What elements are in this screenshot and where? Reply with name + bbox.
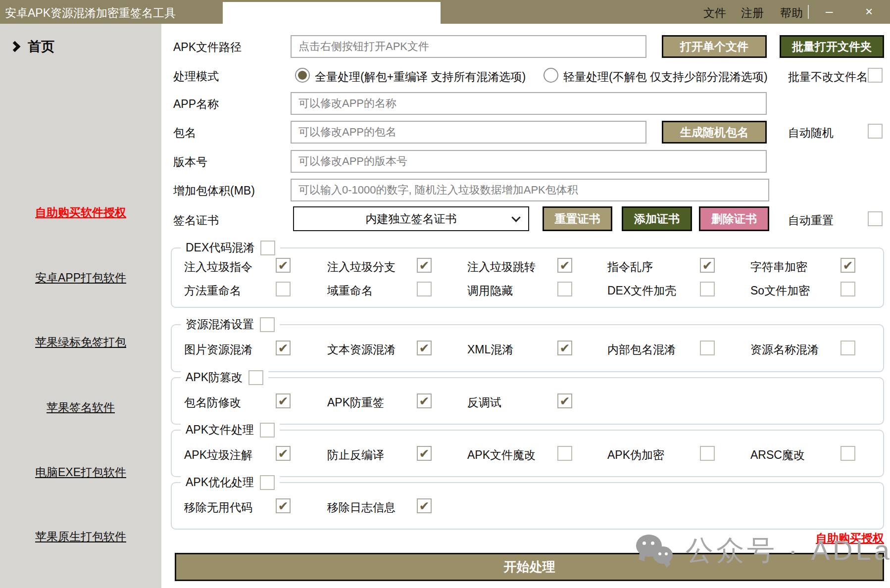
option-label: 资源名称混淆: [750, 342, 819, 357]
group-apk-file-processing: APK文件处理 APK垃圾注解 ✔ 防止反编译 ✔ APK文件魔改 APK伪加密…: [171, 430, 884, 477]
option-label: 包名防修改: [184, 395, 241, 410]
option-checkbox[interactable]: [700, 341, 715, 355]
version-label: 版本号: [173, 154, 207, 170]
radio-dot: [298, 71, 307, 80]
home-label: 首页: [28, 38, 54, 55]
apk-path-input[interactable]: [291, 35, 646, 58]
option-checkbox[interactable]: ✔: [417, 498, 432, 513]
group-checkbox[interactable]: [260, 317, 275, 332]
full-mode-label: 全量处理(解包+重编译 支持所有混淆选项): [315, 69, 526, 85]
sidebar-link-buy-license[interactable]: 自助购买软件授权: [0, 205, 161, 220]
cert-select[interactable]: 内建独立签名证书: [293, 206, 529, 231]
option-checkbox[interactable]: [276, 282, 291, 296]
minimize-button[interactable]: –: [826, 4, 833, 19]
option-checkbox[interactable]: ✔: [417, 258, 432, 273]
package-input[interactable]: [291, 121, 646, 144]
option-label: 反调试: [467, 395, 501, 410]
mode-label: 处理模式: [173, 69, 219, 84]
option-checkbox[interactable]: [841, 446, 855, 461]
group-legend: APK优化处理: [181, 475, 280, 490]
option-label: 文本资源混淆: [327, 342, 396, 357]
lite-mode-label: 轻量处理(不解包 仅支持少部分混淆选项): [563, 69, 768, 85]
batch-keep-name-label: 批量不改文件名: [788, 69, 868, 85]
sidebar-link-ios-green-sign[interactable]: 苹果绿标免签打包: [0, 335, 161, 350]
menu-file[interactable]: 文件: [703, 5, 726, 21]
open-single-file-button[interactable]: 打开单个文件: [662, 35, 767, 58]
option-checkbox[interactable]: [557, 282, 572, 296]
option-label: DEX文件加壳: [607, 283, 676, 298]
lite-mode-radio[interactable]: [544, 68, 558, 83]
option-checkbox[interactable]: ✔: [276, 341, 291, 355]
option-checkbox[interactable]: ✔: [417, 341, 432, 355]
pad-size-input[interactable]: [291, 179, 769, 201]
group-legend-label: APK优化处理: [186, 475, 254, 490]
app-name-input[interactable]: [291, 92, 767, 115]
group-checkbox[interactable]: [260, 241, 275, 255]
option-label: 指令乱序: [607, 259, 653, 275]
version-input[interactable]: [291, 150, 767, 173]
option-checkbox[interactable]: [841, 282, 855, 296]
menu-help[interactable]: 帮助: [780, 5, 803, 21]
group-checkbox[interactable]: [260, 475, 275, 490]
full-mode-radio[interactable]: [295, 68, 310, 83]
batch-keep-name-checkbox[interactable]: [868, 68, 883, 83]
batch-open-folder-button[interactable]: 批量打开文件夹: [780, 35, 884, 58]
group-legend-label: APK防篡改: [186, 370, 243, 385]
group-legend-label: 资源混淆设置: [186, 317, 254, 332]
option-label: APK伪加密: [607, 447, 664, 463]
add-cert-button[interactable]: 添加证书: [622, 206, 692, 231]
watermark: 公众号 · ADLab: [636, 532, 890, 570]
option-checkbox[interactable]: ✔: [276, 393, 291, 408]
reset-cert-button[interactable]: 重置证书: [543, 206, 612, 231]
option-checkbox[interactable]: ✔: [700, 258, 715, 273]
menu-register[interactable]: 注册: [741, 5, 764, 21]
app-name-label: APP名称: [173, 97, 219, 112]
group-checkbox[interactable]: [248, 370, 263, 385]
option-label: 字符串加密: [750, 259, 807, 275]
sidebar-item-home[interactable]: 首页: [11, 38, 54, 55]
sidebar-link-ios-sign[interactable]: 苹果签名软件: [0, 400, 161, 415]
chevron-down-icon: [511, 213, 520, 222]
option-checkbox[interactable]: [700, 282, 715, 296]
option-checkbox[interactable]: ✔: [276, 258, 291, 273]
option-label: 图片资源混淆: [184, 342, 252, 357]
option-checkbox[interactable]: ✔: [417, 393, 432, 408]
auto-reset-checkbox[interactable]: [868, 211, 883, 226]
option-checkbox[interactable]: ✔: [276, 446, 291, 461]
option-checkbox[interactable]: [700, 446, 715, 461]
option-label: XML混淆: [467, 342, 513, 357]
random-package-button[interactable]: 生成随机包名: [662, 121, 767, 144]
option-label: ARSC魔改: [750, 447, 805, 463]
option-label: 移除无用代码: [184, 500, 252, 515]
cert-label: 签名证书: [173, 213, 219, 228]
option-checkbox[interactable]: ✔: [557, 341, 572, 355]
option-checkbox[interactable]: ✔: [557, 393, 572, 408]
group-checkbox[interactable]: [260, 423, 275, 438]
group-legend: DEX代码混淆: [181, 240, 280, 255]
group-legend: APK防篡改: [181, 370, 268, 385]
option-checkbox[interactable]: ✔: [417, 446, 432, 461]
group-apk-optimization: APK优化处理 移除无用代码 ✔ 移除日志信息 ✔: [171, 482, 884, 530]
option-label: APK防重签: [327, 395, 384, 410]
option-label: 方法重命名: [184, 283, 241, 298]
sidebar-link-exe-packer[interactable]: 电脑EXE打包软件: [0, 465, 161, 480]
option-checkbox[interactable]: [417, 282, 432, 296]
option-label: 防止反编译: [327, 447, 384, 463]
option-checkbox[interactable]: ✔: [276, 498, 291, 513]
sidebar-link-android-packer[interactable]: 安卓APP打包软件: [0, 270, 161, 286]
window-title: 安卓APK资源混淆加密重签名工具: [5, 5, 176, 21]
option-label: So文件加密: [750, 283, 810, 298]
option-checkbox[interactable]: ✔: [841, 258, 855, 273]
group-dex-obfuscation: DEX代码混淆 注入垃圾指令 ✔ 注入垃圾分支 ✔ 注入垃圾跳转 ✔ 指令乱序 …: [171, 247, 884, 308]
close-button[interactable]: ×: [865, 4, 873, 19]
sidebar-link-ios-native-packer[interactable]: 苹果原生打包软件: [0, 529, 161, 544]
auto-random-checkbox[interactable]: [868, 124, 883, 139]
blank-overlay: [223, 2, 441, 24]
option-label: 注入垃圾指令: [184, 259, 252, 275]
delete-cert-button[interactable]: 删除证书: [699, 206, 769, 231]
option-checkbox[interactable]: ✔: [557, 258, 572, 273]
cert-selected-option: 内建独立签名证书: [366, 211, 457, 227]
sidebar: 首页 自助购买软件授权 安卓APP打包软件 苹果绿标免签打包 苹果签名软件 电脑…: [0, 24, 161, 588]
option-checkbox[interactable]: [557, 446, 572, 461]
option-checkbox[interactable]: [841, 341, 855, 355]
